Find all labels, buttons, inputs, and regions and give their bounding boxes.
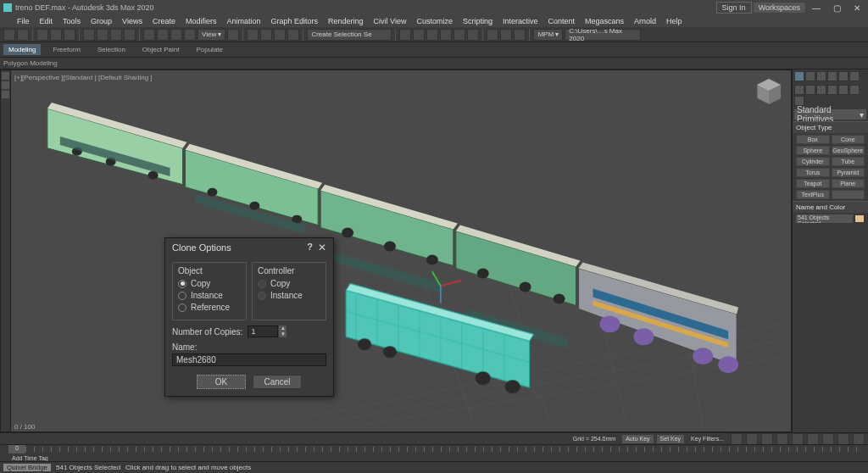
autokey-button[interactable]: Auto Key (622, 435, 653, 443)
workspaces-dropdown[interactable]: Workspaces (754, 3, 805, 13)
unlink-button[interactable] (50, 29, 62, 41)
num-copies-input[interactable] (248, 326, 278, 337)
time-slider-thumb[interactable]: 0 (8, 445, 25, 454)
select-region-button[interactable] (110, 29, 122, 41)
scale-button[interactable] (170, 29, 182, 41)
menu-interactive[interactable]: Interactive (503, 17, 538, 25)
curve-editor-button[interactable] (440, 29, 452, 41)
play-end-button[interactable] (792, 433, 804, 445)
prim-cone[interactable]: Cone (832, 135, 865, 144)
setkey-button[interactable]: Set Key (657, 435, 685, 443)
link-button[interactable] (36, 29, 48, 41)
num-copies-spinner[interactable]: ▲▼ (248, 326, 287, 337)
menu-civilview[interactable]: Civil View (374, 17, 407, 25)
tab-populate[interactable]: Populate (191, 44, 228, 55)
tab-modeling[interactable]: Modeling (3, 44, 41, 55)
motion-tab[interactable] (827, 71, 837, 81)
spacewarps-cat[interactable] (849, 85, 860, 95)
project-path[interactable]: C:\Users\…s Max 2020 (565, 29, 641, 41)
material-editor-button[interactable] (467, 29, 479, 41)
tab-selection[interactable]: Selection (92, 44, 131, 55)
project-dropdown[interactable]: MPM ▾ (533, 29, 563, 41)
dialog-titlebar[interactable]: Clone Options ? ✕ (165, 238, 333, 257)
menu-scripting[interactable]: Scripting (463, 17, 492, 25)
keyfilters-button[interactable]: Key Filters... (687, 435, 727, 443)
menu-animation[interactable]: Animation (226, 17, 260, 25)
menu-rendering[interactable]: Rendering (328, 17, 364, 25)
prim-torus[interactable]: Torus (796, 168, 830, 177)
prim-teapot[interactable]: Teapot (796, 179, 830, 188)
rollout-name-color[interactable]: Name and Color (793, 201, 868, 213)
menu-modifiers[interactable]: Modifiers (186, 17, 217, 25)
redo-button[interactable] (17, 29, 29, 41)
prim-textplus[interactable]: TextPlus (796, 190, 830, 199)
select-button[interactable] (83, 29, 95, 41)
tab-freeform[interactable]: Freeform (47, 44, 85, 55)
snap-button[interactable] (247, 29, 259, 41)
rollout-object-type[interactable]: Object Type (793, 121, 868, 133)
geometry-cat[interactable] (794, 85, 804, 95)
menu-megascans[interactable]: Megascans (585, 17, 624, 25)
menu-file[interactable]: File (17, 17, 30, 25)
render-button[interactable] (514, 29, 526, 41)
prim-sphere[interactable]: Sphere (796, 146, 830, 155)
menu-tools[interactable]: Tools (63, 17, 81, 25)
nav-pan-button[interactable] (822, 433, 834, 445)
menu-customize[interactable]: Customize (416, 17, 453, 25)
menu-help[interactable]: Help (666, 17, 682, 25)
primitive-category-dropdown[interactable]: Standard Primitives▾ (794, 109, 866, 120)
select-name-button[interactable] (97, 29, 108, 41)
prim-pyramid[interactable]: Pyramid (832, 168, 865, 177)
refcoord-dropdown[interactable]: View ▾ (198, 29, 225, 41)
viewcube[interactable] (752, 75, 786, 109)
utilities-tab[interactable] (849, 71, 860, 81)
menu-create[interactable]: Create (153, 17, 175, 25)
timeline[interactable]: 0 Add Time Tag (0, 444, 868, 461)
play-next-button[interactable] (776, 433, 788, 445)
create-tab[interactable] (794, 71, 804, 81)
lights-cat[interactable] (816, 85, 826, 95)
sign-in-button[interactable]: Sign In (716, 2, 752, 14)
modify-tab[interactable] (805, 71, 815, 81)
align-button[interactable] (413, 29, 425, 41)
render-setup-button[interactable] (487, 29, 498, 41)
menu-grapheditors[interactable]: Graph Editors (270, 17, 318, 25)
play-prev-button[interactable] (746, 433, 758, 445)
spinner-up[interactable]: ▲ (279, 326, 287, 331)
radio-instance[interactable]: Instance (178, 291, 241, 300)
percent-snap-button[interactable] (274, 29, 286, 41)
menu-edit[interactable]: Edit (40, 17, 53, 25)
ribbon-sub[interactable]: Polygon Modeling (0, 58, 868, 70)
dialog-close-button[interactable]: ✕ (318, 242, 326, 253)
nav-orbit-button[interactable] (837, 433, 849, 445)
shapes-cat[interactable] (805, 85, 815, 95)
nav-max-button[interactable] (853, 433, 865, 445)
prim-tube[interactable]: Tube (832, 157, 865, 166)
helpers-cat[interactable] (838, 85, 849, 95)
radio-reference[interactable]: Reference (178, 303, 241, 312)
play-start-button[interactable] (731, 433, 743, 445)
rotate-button[interactable] (157, 29, 169, 41)
window-crossing-button[interactable] (124, 29, 136, 41)
play-button[interactable] (761, 433, 773, 445)
prim-geosphere[interactable]: GeoSphere (832, 146, 865, 155)
hierarchy-tab[interactable] (816, 71, 826, 81)
mirror-button[interactable] (399, 29, 411, 41)
prim-cylinder[interactable]: Cylinder (796, 157, 830, 166)
maximize-button[interactable]: ▢ (827, 2, 846, 14)
quixel-bridge-chip[interactable]: Quixel Bridge (3, 464, 51, 471)
minimize-button[interactable]: — (807, 2, 826, 14)
layer-button[interactable] (426, 29, 438, 41)
cameras-cat[interactable] (827, 85, 837, 95)
schematic-button[interactable] (453, 29, 465, 41)
selection-set-dropdown[interactable]: Create Selection Se (307, 29, 392, 41)
viewport[interactable]: [+][Perspective ][Standard ] [Default Sh… (0, 70, 792, 432)
spinner-down[interactable]: ▼ (279, 331, 287, 337)
undo-button[interactable] (3, 29, 15, 41)
radio-copy[interactable]: Copy (178, 279, 241, 288)
object-color-swatch[interactable] (854, 214, 865, 223)
menu-content[interactable]: Content (548, 17, 575, 25)
move-button[interactable] (143, 29, 155, 41)
prim-box[interactable]: Box (796, 135, 830, 144)
ok-button[interactable]: OK (197, 375, 246, 389)
